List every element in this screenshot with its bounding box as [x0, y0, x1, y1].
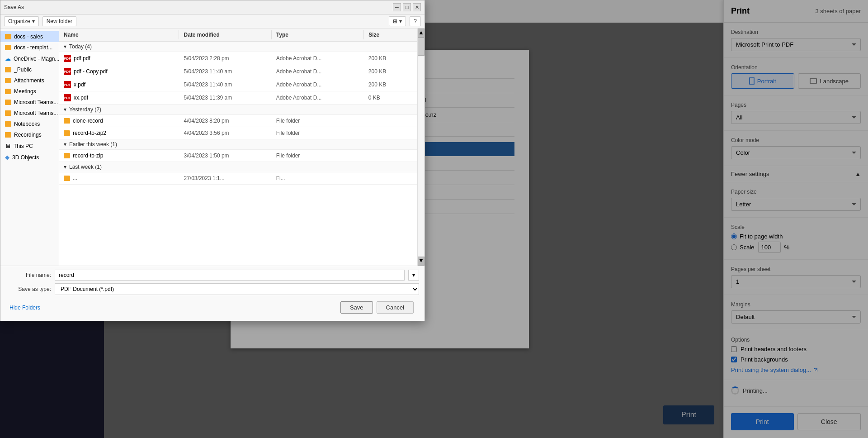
- tree-item-docs-sales[interactable]: docs - sales: [0, 31, 59, 42]
- dialog-scrollbar[interactable]: ▲ ▼: [417, 29, 425, 266]
- help-button[interactable]: ?: [410, 16, 421, 26]
- hide-folders-link[interactable]: Hide Folders: [9, 305, 40, 311]
- view-arrow-icon: ▾: [399, 18, 402, 24]
- tree-item-label: docs - templat...: [14, 44, 52, 51]
- tree-item-label: Recordings: [14, 132, 42, 138]
- folder-icon: [5, 89, 11, 94]
- list-item[interactable]: PDF xx.pdf 5/04/2023 11:39 am Adobe Acro…: [59, 91, 417, 105]
- tree-item-ms-teams-2[interactable]: Microsoft Teams...: [0, 108, 59, 119]
- list-item[interactable]: PDF pdf - Copy.pdf 5/04/2023 11:40 am Ad…: [59, 65, 417, 78]
- filename-dropdown-arrow[interactable]: ▾: [408, 270, 419, 281]
- list-item[interactable]: clone-record 4/04/2023 8:20 pm File fold…: [59, 115, 417, 127]
- save-as-type-row: Save as type: PDF Document (*.pdf): [6, 283, 419, 295]
- file-size: [364, 119, 417, 122]
- file-date: 3/04/2023 1:50 pm: [179, 151, 272, 160]
- folder-icon: [5, 110, 11, 116]
- scroll-down-button[interactable]: ▼: [418, 257, 425, 266]
- list-item[interactable]: record-to-zip 3/04/2023 1:50 pm File fol…: [59, 150, 417, 162]
- col-size[interactable]: Size: [364, 30, 417, 39]
- filename-label: File name:: [6, 272, 51, 278]
- tree-item-this-pc[interactable]: 🖥 This PC: [0, 140, 59, 152]
- folder-icon: [64, 153, 70, 158]
- group-today: ▾ Today (4): [59, 42, 417, 52]
- file-size: 200 KB: [364, 80, 417, 89]
- new-folder-button[interactable]: New folder: [42, 16, 76, 26]
- computer-icon: 🖥: [5, 143, 11, 149]
- group-earlier-this-week: ▾ Earlier this week (1): [59, 139, 417, 150]
- tree-item-label: _Public: [14, 67, 32, 73]
- folder-icon: [5, 100, 11, 105]
- folder-icon: [64, 130, 70, 136]
- group-yesterday: ▾ Yesterday (2): [59, 105, 417, 115]
- dialog-overlay: Save As ─ □ ✕ Organize ▾ New folder ⊞ ▾: [0, 0, 868, 438]
- view-icon: ⊞: [393, 18, 397, 24]
- tree-item-3d-objects[interactable]: ◆ 3D Objects: [0, 152, 59, 163]
- tree-item-recordings[interactable]: Recordings: [0, 129, 59, 140]
- group-last-week: ▾ Last week (1): [59, 162, 417, 172]
- dialog-title: Save As: [4, 4, 24, 10]
- filename-input[interactable]: [55, 270, 405, 281]
- file-save-dialog: Save As ─ □ ✕ Organize ▾ New folder ⊞ ▾: [0, 0, 425, 321]
- tree-item-docs-templates[interactable]: docs - templat...: [0, 42, 59, 53]
- view-button[interactable]: ⊞ ▾: [389, 16, 406, 26]
- filename-row: File name: ▾: [6, 270, 419, 281]
- folder-icon: [64, 118, 70, 124]
- list-item[interactable]: ... 27/03/2023 1:1... Fi...: [59, 172, 417, 185]
- file-date: 4/04/2023 8:20 pm: [179, 116, 272, 125]
- tree-item-label: Attachments: [14, 77, 44, 84]
- file-type: Fi...: [272, 174, 364, 183]
- list-item[interactable]: record-to-zip2 4/04/2023 3:56 pm File fo…: [59, 127, 417, 139]
- file-date: 27/03/2023 1:1...: [179, 174, 272, 183]
- file-type: Adobe Acrobat D...: [272, 67, 364, 76]
- save-button[interactable]: Save: [340, 301, 373, 314]
- tree-item-meetings[interactable]: Meetings: [0, 86, 59, 97]
- chevron-down-icon: ▾: [64, 106, 66, 113]
- file-date: 5/04/2023 11:40 am: [179, 80, 272, 89]
- tree-item-label: docs - sales: [14, 33, 43, 40]
- tree-item-label: 3D Objects: [12, 154, 39, 161]
- folder-icon: [5, 67, 11, 72]
- minimize-button[interactable]: ─: [393, 3, 401, 11]
- save-as-type-select[interactable]: PDF Document (*.pdf): [55, 283, 419, 295]
- cancel-button[interactable]: Cancel: [377, 301, 414, 314]
- organize-button[interactable]: Organize ▾: [4, 16, 39, 26]
- folder-icon: [5, 132, 11, 138]
- file-size: 200 KB: [364, 67, 417, 76]
- chevron-down-icon: ▾: [64, 43, 66, 50]
- file-type: File folder: [272, 151, 364, 160]
- folder-icon: [64, 176, 70, 181]
- maximize-button[interactable]: □: [403, 3, 411, 11]
- filelist-header: Name Date modified Type Size: [59, 29, 417, 42]
- tree-item-attachments[interactable]: Attachments: [0, 75, 59, 86]
- save-as-type-label: Save as type:: [6, 286, 51, 292]
- hide-folders-label: Hide Folders: [9, 305, 40, 311]
- chevron-down-icon: ▾: [64, 164, 66, 170]
- tree-item-onedrive[interactable]: ☁ OneDrive - Magn...: [0, 53, 59, 64]
- scroll-thumb[interactable]: [418, 38, 425, 56]
- col-name[interactable]: Name: [59, 30, 179, 39]
- tree-item-label: This PC: [14, 143, 33, 149]
- file-date: 5/04/2023 2:28 pm: [179, 54, 272, 63]
- list-item[interactable]: PDF x.pdf 5/04/2023 11:40 am Adobe Acrob…: [59, 78, 417, 91]
- file-type: Adobe Acrobat D...: [272, 93, 364, 102]
- scroll-track[interactable]: [418, 38, 425, 257]
- list-item[interactable]: PDF pdf.pdf 5/04/2023 2:28 pm Adobe Acro…: [59, 52, 417, 65]
- file-type: Adobe Acrobat D...: [272, 80, 364, 89]
- new-folder-label: New folder: [47, 18, 72, 24]
- col-date-modified[interactable]: Date modified: [179, 30, 271, 39]
- scroll-up-button[interactable]: ▲: [418, 29, 425, 38]
- col-type[interactable]: Type: [272, 30, 364, 39]
- file-type: Adobe Acrobat D...: [272, 54, 364, 63]
- tree-item-public[interactable]: _Public: [0, 64, 59, 75]
- tree-item-ms-teams-1[interactable]: Microsoft Teams...: [0, 97, 59, 108]
- file-list: Name Date modified Type Size ▾ Today (4)…: [59, 29, 417, 266]
- organize-label: Organize: [8, 18, 30, 24]
- dialog-titlebar: Save As ─ □ ✕: [0, 0, 425, 14]
- tree-item-label: Meetings: [14, 88, 36, 95]
- tree-item-notebooks[interactable]: Notebooks: [0, 119, 59, 129]
- close-dialog-button[interactable]: ✕: [413, 3, 421, 11]
- dialog-window-controls: ─ □ ✕: [393, 3, 421, 11]
- help-icon: ?: [414, 18, 417, 24]
- file-size: [364, 177, 417, 180]
- dialog-toolbar: Organize ▾ New folder ⊞ ▾ ?: [0, 14, 425, 29]
